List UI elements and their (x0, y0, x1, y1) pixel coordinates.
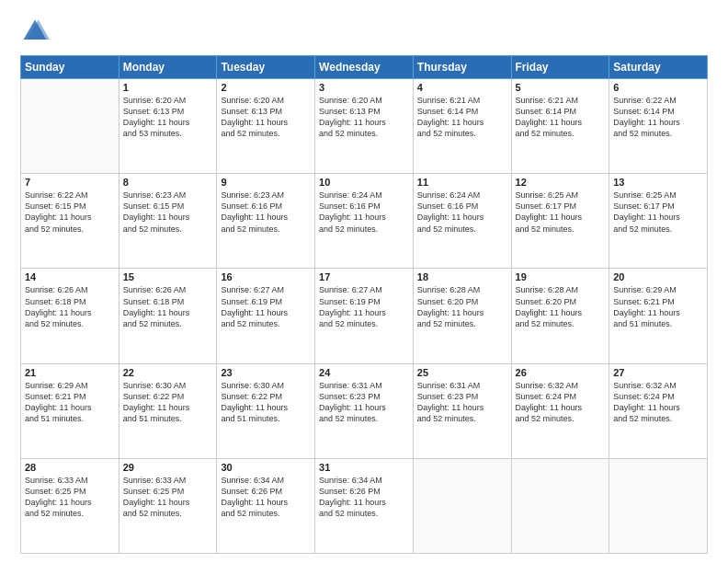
calendar-cell (21, 79, 119, 174)
calendar-cell: 2Sunrise: 6:20 AM Sunset: 6:13 PM Daylig… (217, 79, 315, 174)
day-info: Sunrise: 6:21 AM Sunset: 6:14 PM Dayligh… (516, 95, 606, 140)
calendar-cell: 16Sunrise: 6:27 AM Sunset: 6:19 PM Dayli… (217, 269, 315, 363)
day-info: Sunrise: 6:32 AM Sunset: 6:24 PM Dayligh… (516, 380, 606, 425)
calendar-cell: 21Sunrise: 6:29 AM Sunset: 6:21 PM Dayli… (21, 363, 119, 458)
calendar-table: SundayMondayTuesdayWednesdayThursdayFrid… (20, 55, 708, 554)
day-number: 14 (25, 271, 115, 282)
calendar-cell: 14Sunrise: 6:26 AM Sunset: 6:18 PM Dayli… (21, 269, 119, 363)
day-info: Sunrise: 6:34 AM Sunset: 6:26 PM Dayligh… (221, 475, 311, 520)
day-number: 8 (123, 177, 213, 188)
weekday-header-saturday: Saturday (609, 56, 708, 79)
calendar-cell: 27Sunrise: 6:32 AM Sunset: 6:24 PM Dayli… (609, 363, 708, 458)
calendar-cell (609, 458, 708, 553)
calendar-week-row: 14Sunrise: 6:26 AM Sunset: 6:18 PM Dayli… (21, 269, 708, 363)
day-info: Sunrise: 6:28 AM Sunset: 6:20 PM Dayligh… (516, 284, 606, 329)
day-number: 25 (417, 367, 507, 378)
weekday-header-monday: Monday (119, 56, 217, 79)
calendar-cell: 4Sunrise: 6:21 AM Sunset: 6:14 PM Daylig… (413, 79, 511, 174)
day-info: Sunrise: 6:33 AM Sunset: 6:25 PM Dayligh… (25, 475, 115, 520)
page: SundayMondayTuesdayWednesdayThursdayFrid… (0, 0, 728, 563)
weekday-header-tuesday: Tuesday (217, 56, 315, 79)
day-info: Sunrise: 6:24 AM Sunset: 6:16 PM Dayligh… (319, 190, 409, 235)
calendar-cell: 3Sunrise: 6:20 AM Sunset: 6:13 PM Daylig… (315, 79, 414, 174)
calendar-cell: 9Sunrise: 6:23 AM Sunset: 6:16 PM Daylig… (217, 174, 315, 269)
day-number: 11 (417, 177, 507, 188)
day-number: 2 (221, 82, 311, 93)
calendar-cell: 28Sunrise: 6:33 AM Sunset: 6:25 PM Dayli… (21, 458, 119, 553)
day-info: Sunrise: 6:25 AM Sunset: 6:17 PM Dayligh… (613, 190, 703, 235)
calendar-cell: 5Sunrise: 6:21 AM Sunset: 6:14 PM Daylig… (511, 79, 609, 174)
calendar-cell: 18Sunrise: 6:28 AM Sunset: 6:20 PM Dayli… (413, 269, 511, 363)
calendar-cell: 17Sunrise: 6:27 AM Sunset: 6:19 PM Dayli… (315, 269, 414, 363)
day-info: Sunrise: 6:23 AM Sunset: 6:15 PM Dayligh… (123, 190, 213, 235)
day-number: 1 (123, 82, 213, 93)
day-info: Sunrise: 6:22 AM Sunset: 6:15 PM Dayligh… (25, 190, 115, 235)
calendar-week-row: 7Sunrise: 6:22 AM Sunset: 6:15 PM Daylig… (21, 174, 708, 269)
day-info: Sunrise: 6:28 AM Sunset: 6:20 PM Dayligh… (417, 284, 507, 329)
calendar-cell: 23Sunrise: 6:30 AM Sunset: 6:22 PM Dayli… (217, 363, 315, 458)
day-number: 30 (221, 462, 311, 473)
day-number: 4 (417, 82, 507, 93)
calendar-week-row: 28Sunrise: 6:33 AM Sunset: 6:25 PM Dayli… (21, 458, 708, 553)
calendar-cell: 30Sunrise: 6:34 AM Sunset: 6:26 PM Dayli… (217, 458, 315, 553)
day-number: 19 (516, 271, 606, 282)
day-info: Sunrise: 6:30 AM Sunset: 6:22 PM Dayligh… (123, 380, 213, 425)
weekday-header-sunday: Sunday (21, 56, 119, 79)
day-number: 10 (319, 177, 409, 188)
calendar-week-row: 21Sunrise: 6:29 AM Sunset: 6:21 PM Dayli… (21, 363, 708, 458)
day-info: Sunrise: 6:26 AM Sunset: 6:18 PM Dayligh… (123, 284, 213, 329)
day-number: 31 (319, 462, 409, 473)
day-number: 20 (613, 271, 703, 282)
calendar-cell: 31Sunrise: 6:34 AM Sunset: 6:26 PM Dayli… (315, 458, 414, 553)
day-info: Sunrise: 6:20 AM Sunset: 6:13 PM Dayligh… (123, 95, 213, 140)
day-number: 12 (516, 177, 606, 188)
calendar-cell (511, 458, 609, 553)
weekday-header-row: SundayMondayTuesdayWednesdayThursdayFrid… (21, 56, 708, 79)
calendar-cell: 13Sunrise: 6:25 AM Sunset: 6:17 PM Dayli… (609, 174, 708, 269)
day-number: 3 (319, 82, 409, 93)
day-info: Sunrise: 6:23 AM Sunset: 6:16 PM Dayligh… (221, 190, 311, 235)
day-number: 22 (123, 367, 213, 378)
day-info: Sunrise: 6:24 AM Sunset: 6:16 PM Dayligh… (417, 190, 507, 235)
calendar-cell: 11Sunrise: 6:24 AM Sunset: 6:16 PM Dayli… (413, 174, 511, 269)
day-info: Sunrise: 6:27 AM Sunset: 6:19 PM Dayligh… (221, 284, 311, 329)
day-number: 27 (613, 367, 703, 378)
calendar-cell: 19Sunrise: 6:28 AM Sunset: 6:20 PM Dayli… (511, 269, 609, 363)
weekday-header-wednesday: Wednesday (315, 56, 414, 79)
calendar-cell: 10Sunrise: 6:24 AM Sunset: 6:16 PM Dayli… (315, 174, 414, 269)
day-number: 6 (613, 82, 703, 93)
day-number: 29 (123, 462, 213, 473)
calendar-cell: 25Sunrise: 6:31 AM Sunset: 6:23 PM Dayli… (413, 363, 511, 458)
day-info: Sunrise: 6:22 AM Sunset: 6:14 PM Dayligh… (613, 95, 703, 140)
day-info: Sunrise: 6:20 AM Sunset: 6:13 PM Dayligh… (319, 95, 409, 140)
day-number: 17 (319, 271, 409, 282)
day-info: Sunrise: 6:32 AM Sunset: 6:24 PM Dayligh… (613, 380, 703, 425)
calendar-cell (413, 458, 511, 553)
day-number: 16 (221, 271, 311, 282)
day-info: Sunrise: 6:30 AM Sunset: 6:22 PM Dayligh… (221, 380, 311, 425)
day-number: 26 (516, 367, 606, 378)
calendar-cell: 26Sunrise: 6:32 AM Sunset: 6:24 PM Dayli… (511, 363, 609, 458)
logo (20, 17, 53, 46)
day-number: 28 (25, 462, 115, 473)
calendar-cell: 15Sunrise: 6:26 AM Sunset: 6:18 PM Dayli… (119, 269, 217, 363)
calendar-cell: 24Sunrise: 6:31 AM Sunset: 6:23 PM Dayli… (315, 363, 414, 458)
calendar-cell: 8Sunrise: 6:23 AM Sunset: 6:15 PM Daylig… (119, 174, 217, 269)
calendar-cell: 6Sunrise: 6:22 AM Sunset: 6:14 PM Daylig… (609, 79, 708, 174)
day-number: 24 (319, 367, 409, 378)
header (20, 17, 708, 46)
calendar-cell: 20Sunrise: 6:29 AM Sunset: 6:21 PM Dayli… (609, 269, 708, 363)
weekday-header-friday: Friday (511, 56, 609, 79)
day-number: 13 (613, 177, 703, 188)
weekday-header-thursday: Thursday (413, 56, 511, 79)
day-number: 21 (25, 367, 115, 378)
day-number: 15 (123, 271, 213, 282)
day-number: 23 (221, 367, 311, 378)
calendar-cell: 7Sunrise: 6:22 AM Sunset: 6:15 PM Daylig… (21, 174, 119, 269)
day-info: Sunrise: 6:29 AM Sunset: 6:21 PM Dayligh… (25, 380, 115, 425)
day-info: Sunrise: 6:27 AM Sunset: 6:19 PM Dayligh… (319, 284, 409, 329)
day-info: Sunrise: 6:34 AM Sunset: 6:26 PM Dayligh… (319, 475, 409, 520)
day-info: Sunrise: 6:21 AM Sunset: 6:14 PM Dayligh… (417, 95, 507, 140)
calendar-cell: 12Sunrise: 6:25 AM Sunset: 6:17 PM Dayli… (511, 174, 609, 269)
logo-icon (20, 17, 50, 46)
